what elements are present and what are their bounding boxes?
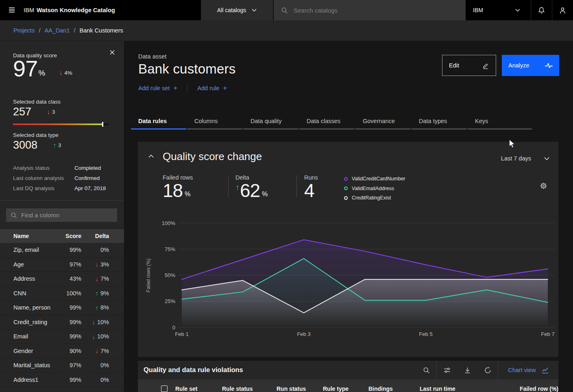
breadcrumb-separator: /: [39, 27, 40, 34]
dq-score-delta: 4%: [64, 70, 72, 76]
catalog-selector-label: All catalogs: [217, 7, 246, 13]
svg-text:Feb 5: Feb 5: [419, 331, 432, 337]
app-brand: IBM Watson Knowledge Catalog: [24, 0, 115, 20]
violations-column-header: Run status: [277, 386, 323, 392]
tab[interactable]: Columns: [187, 115, 242, 130]
selected-data-type-stat: Selected data type 3008 ↑ 3: [13, 132, 61, 151]
search-button[interactable]: [416, 361, 436, 379]
brand-name: Watson Knowledge Catalog: [37, 7, 115, 13]
table-row[interactable]: ↑: [0, 387, 124, 392]
violations-title: Quality and data rule violations: [144, 366, 243, 374]
select-all-checkbox[interactable]: [161, 386, 168, 392]
add-rule-link[interactable]: Add rule +: [197, 84, 227, 92]
columns-score-table: Name Score Delta Zip, email 99% 0% Age 9…: [0, 229, 124, 392]
tab[interactable]: Keys: [468, 115, 532, 130]
table-row[interactable]: Zip, email 99% 0%: [0, 243, 124, 258]
asset-actions: Edit Analyze: [442, 55, 559, 76]
quality-score-card: Quality score change Last 7 days Failed …: [138, 142, 558, 357]
edit-button[interactable]: Edit: [442, 55, 496, 76]
catalog-search[interactable]: Search catalogs: [274, 0, 466, 20]
download-icon: [464, 367, 471, 374]
chart-y-axis-label: Failed rows (%): [146, 251, 151, 300]
analysis-info-list: Analysis status Completed Last column an…: [13, 163, 116, 193]
plus-icon: +: [223, 84, 227, 92]
svg-text:Feb 3: Feb 3: [297, 331, 310, 337]
breadcrumb-project-name[interactable]: AA_Dan1: [44, 27, 70, 34]
violations-column-header: Rule type: [323, 386, 368, 392]
dq-score-meter: [13, 123, 109, 125]
find-column-placeholder: Find a colomn: [21, 212, 59, 219]
svg-text:Feb 7: Feb 7: [541, 331, 554, 337]
delta-arrow-icon: ↓: [96, 348, 99, 354]
tab[interactable]: Governance: [355, 115, 411, 130]
page-title: Bank customers: [138, 61, 235, 77]
plus-icon: +: [173, 84, 177, 92]
table-row[interactable]: CNN 100% ↑ 9%: [0, 286, 124, 301]
tab[interactable]: Data classes: [299, 115, 355, 130]
analysis-info-row: Last column analysis Confirmed: [13, 173, 116, 183]
table-row[interactable]: Address 43% ↓ 7%: [0, 272, 124, 286]
table-row[interactable]: Age 97% ↓ 3%: [0, 258, 124, 272]
restart-icon: [484, 367, 491, 374]
app-window: IBM Watson Knowledge Catalog All catalog…: [0, 0, 573, 392]
analysis-info-row: Last DQ analysis Apr 07, 2018: [13, 183, 116, 193]
close-icon[interactable]: [108, 48, 117, 57]
activity-icon: [545, 62, 553, 69]
violations-column-header: Rule status: [222, 386, 277, 392]
delta-arrow-icon: ↑: [96, 290, 99, 296]
asset-kicker: Data asset: [138, 53, 166, 60]
table-row[interactable]: Gender 90% ↓ 7%: [0, 344, 124, 359]
analytics-icon: [542, 367, 549, 374]
delta-arrow-icon: ↓: [92, 334, 95, 340]
chart-view-toggle[interactable]: Chart view: [498, 361, 558, 379]
top-header: IBM Watson Knowledge Catalog All catalog…: [0, 0, 573, 20]
delta-arrow-icon: ↓: [96, 276, 99, 282]
violations-column-header: Last run time: [420, 386, 520, 392]
svg-text:75%: 75%: [165, 246, 175, 252]
dq-meter-marker: [102, 122, 104, 127]
chevron-down-icon: [252, 9, 257, 12]
tab[interactable]: Data quality: [243, 115, 298, 130]
asset-tabs: Data rules Columns Data quality Data cla…: [131, 115, 532, 130]
user-profile-button[interactable]: [552, 0, 573, 20]
account-menu[interactable]: IBM: [466, 0, 531, 20]
violations-column-header: Rule set: [175, 386, 222, 392]
up-arrow-icon: ↑: [53, 142, 56, 149]
settings-adjust-icon: [444, 367, 451, 374]
tab[interactable]: Data rules: [131, 115, 186, 130]
table-row[interactable]: Credit_rating 99% ↓ 10%: [0, 315, 124, 330]
notifications-button[interactable]: [531, 0, 552, 20]
violations-column-header: Bindings: [368, 386, 420, 392]
table-row[interactable]: Name, person 99% ↑ 8%: [0, 301, 124, 315]
breadcrumb-projects[interactable]: Projects: [13, 27, 35, 34]
tab[interactable]: Data types: [412, 115, 467, 130]
delta-arrow-icon: ↓: [92, 319, 95, 325]
selected-data-class-stat: Selected data class 257 ↓ 3: [13, 99, 61, 117]
search-icon: [423, 367, 430, 374]
violations-toolbar: Chart view: [416, 361, 558, 379]
breadcrumb-separator: /: [74, 27, 76, 34]
filter-settings-button[interactable]: [437, 361, 457, 379]
find-column-input[interactable]: Find a colomn: [6, 208, 117, 222]
down-arrow-icon: ↓: [59, 69, 62, 76]
table-row[interactable]: Address1 99% 0%: [0, 373, 124, 388]
pencil-icon: [482, 62, 489, 69]
analyze-button[interactable]: Analyze: [502, 55, 559, 76]
quality-score-line-chart[interactable]: 100%75%50%25%0Feb 1Feb 3Feb 5Feb 7: [138, 142, 558, 345]
catalog-selector[interactable]: All catalogs: [201, 0, 273, 20]
search-placeholder: Search catalogs: [294, 7, 338, 14]
download-button[interactable]: [457, 361, 477, 379]
violations-table-header: Rule set Rule status Run status Rule typ…: [138, 379, 558, 392]
table-row[interactable]: Email 99% ↓ 10%: [0, 329, 124, 344]
refresh-button[interactable]: [477, 361, 498, 379]
delta-arrow-icon: ↑: [96, 305, 99, 311]
add-rule-set-link[interactable]: Add rule set +: [138, 84, 177, 92]
menu-icon[interactable]: [5, 4, 19, 17]
dq-score-value: 97 % ↓ 4%: [13, 57, 72, 80]
table-row[interactable]: Marital_status 97% 0%: [0, 358, 124, 373]
svg-text:25%: 25%: [165, 298, 175, 304]
user-icon: [559, 7, 566, 14]
account-area: IBM: [466, 0, 573, 20]
svg-text:Feb 1: Feb 1: [175, 331, 188, 337]
svg-text:0: 0: [172, 325, 175, 331]
